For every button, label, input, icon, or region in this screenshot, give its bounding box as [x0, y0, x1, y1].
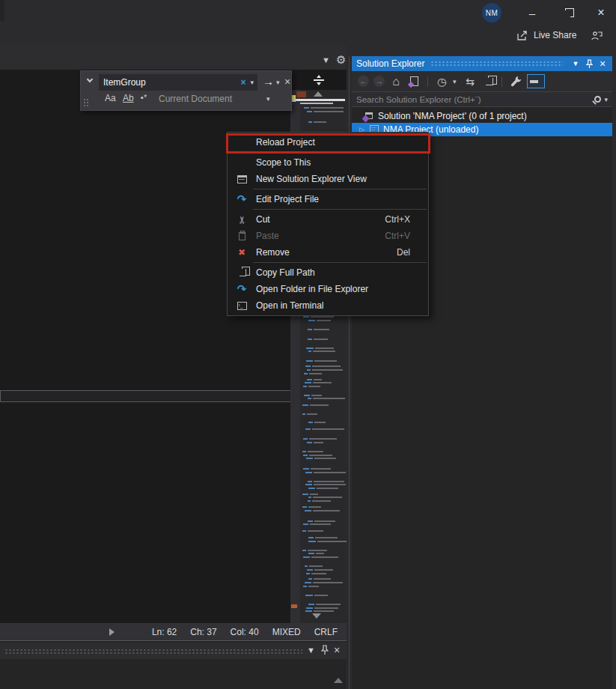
remove-icon: ✖ — [228, 247, 256, 258]
menu-item-label: New Solution Explorer View — [256, 174, 410, 184]
find-input-box: × ▾ — [99, 74, 257, 91]
editor-split-handle[interactable] — [290, 70, 347, 90]
search-icon[interactable] — [594, 96, 601, 103]
scroll-up-arrow[interactable] — [314, 91, 323, 97]
menu-item-scope-to-this[interactable]: Scope to This — [228, 154, 428, 171]
menu-item-label: Scope to This — [256, 157, 410, 168]
live-share-button[interactable]: Live Share — [513, 27, 579, 43]
restore-button[interactable] — [555, 3, 578, 22]
clear-search-icon[interactable]: × — [237, 77, 248, 88]
scope-dropdown-icon[interactable]: ▾ — [266, 95, 270, 103]
editor-collapsed-region[interactable] — [0, 390, 291, 402]
filter-dropdown-icon[interactable]: ▾ — [453, 78, 459, 85]
close-find-bar-icon[interactable]: × — [284, 76, 290, 88]
close-panel-icon[interactable]: × — [596, 58, 609, 70]
find-next-dropdown-icon[interactable]: ▾ — [276, 79, 280, 86]
solution-explorer-search: ▾ — [352, 91, 612, 107]
divider — [427, 76, 428, 87]
bottom-window-menu-icon[interactable]: ▼ — [307, 646, 315, 655]
solution-explorer-search-input[interactable] — [352, 94, 594, 105]
status-field-ch: Ch: 37 — [190, 627, 216, 637]
menu-item-copy-full-path[interactable]: Copy Full Path — [228, 264, 428, 281]
solution-explorer-titlebar[interactable]: Solution Explorer ▼ × — [352, 56, 612, 71]
find-bar: × ▾ → ▾ × Aa Ab ▪* Current Document ▾ — [80, 70, 292, 111]
menu-item-shortcut: Ctrl+X — [385, 214, 421, 225]
menu-item-reload-project[interactable]: Reload Project — [228, 134, 428, 151]
menu-item-shortcut: Ctrl+V — [385, 231, 421, 241]
editor-status-bar: Ln: 62Ch: 37Col: 40MIXEDCRLF — [0, 623, 347, 640]
status-field-crlf: CRLF — [314, 627, 338, 637]
cut-icon: ✂ — [228, 214, 256, 225]
properties-wrench-icon[interactable] — [509, 75, 522, 88]
menu-separator — [253, 262, 427, 263]
menu-item-paste[interactable]: PasteCtrl+V — [228, 228, 428, 244]
status-field-mixed: MIXED — [272, 627, 301, 637]
tree-item-solution[interactable]: Solution 'NMA Project' (0 of 1 project) — [352, 109, 612, 123]
match-case-toggle[interactable]: Aa — [105, 93, 116, 103]
gear-icon[interactable]: ⚙ — [336, 53, 346, 67]
bottom-scroll-up-arrow[interactable] — [334, 678, 343, 683]
menu-item-shortcut: Del — [397, 247, 421, 258]
minimap-highlight-line-2 — [300, 103, 333, 104]
visual-studio-window: NM – × Live Share ▼ ⚙ Ln: 62Ch: 37Col: — [0, 0, 616, 689]
show-all-files-toggle[interactable] — [527, 74, 545, 88]
pin-icon[interactable] — [321, 645, 329, 655]
user-avatar[interactable]: NM — [482, 3, 501, 22]
window-position-icon[interactable]: ▼ — [569, 60, 582, 67]
copy-full-path-icon — [228, 269, 256, 276]
menu-item-cut[interactable]: ✂CutCtrl+X — [228, 211, 428, 228]
home-icon[interactable]: ⌂ — [389, 75, 403, 88]
refresh-icon[interactable]: ⇆ — [463, 75, 477, 88]
search-scope-dropdown[interactable]: Current Document — [159, 94, 232, 104]
menu-item-label: Reload Project — [256, 137, 410, 148]
regex-toggle[interactable]: ▪* — [141, 93, 147, 102]
scrollbar-warning-marker — [291, 604, 297, 608]
pending-changes-filter-icon[interactable]: ◷ — [435, 75, 448, 88]
strip-dropdown-icon[interactable]: ▼ — [322, 55, 330, 64]
context-menu: Reload ProjectScope to ThisNew Solution … — [227, 132, 429, 316]
close-bottom-window-icon[interactable]: × — [334, 644, 340, 656]
new-solution-explorer-view-icon — [228, 175, 256, 183]
expand-replace-icon[interactable] — [87, 76, 93, 82]
menu-item-open-folder-in-file-explorer[interactable]: ↷Open Folder in File Explorer — [228, 281, 428, 297]
drag-grip[interactable] — [4, 649, 302, 655]
window-edge — [0, 0, 4, 21]
find-next-button[interactable]: → — [263, 75, 274, 88]
back-icon[interactable]: ← — [358, 76, 369, 87]
open-folder-in-file-explorer-icon: ↷ — [228, 282, 256, 296]
search-history-dropdown-icon[interactable]: ▾ — [248, 79, 257, 86]
menu-item-open-in-terminal[interactable]: ›_Open in Terminal — [228, 297, 428, 314]
restore-icon — [563, 10, 570, 18]
solution-icon — [364, 112, 373, 121]
hscroll-right-arrow[interactable] — [109, 628, 115, 636]
show-all-files-icon — [530, 80, 538, 83]
menu-item-remove[interactable]: ✖RemoveDel — [228, 244, 428, 261]
find-input[interactable] — [99, 76, 237, 88]
live-share-label: Live Share — [534, 30, 576, 40]
collapse-all-icon[interactable] — [481, 75, 495, 88]
status-items: Ln: 62Ch: 37Col: 40MIXEDCRLF — [152, 627, 338, 637]
menu-item-edit-project-file[interactable]: ↷Edit Project File — [228, 191, 428, 207]
menu-item-new-solution-explorer-view[interactable]: New Solution Explorer View — [228, 171, 428, 187]
window-edge — [612, 45, 616, 689]
sync-with-active-document-icon[interactable] — [407, 75, 421, 88]
forward-icon[interactable]: → — [373, 76, 385, 87]
search-options-dropdown-icon[interactable]: ▾ — [604, 96, 608, 103]
match-whole-word-toggle[interactable]: Ab — [123, 93, 134, 103]
feedback-person-icon — [591, 30, 603, 41]
menu-item-label: Cut — [256, 214, 385, 225]
close-window-button[interactable]: × — [590, 3, 612, 22]
pin-icon[interactable] — [582, 59, 596, 69]
open-in-terminal-icon: ›_ — [228, 302, 256, 310]
edit-project-file-icon: ↷ — [228, 192, 256, 206]
solution-label: Solution 'NMA Project' (0 of 1 project) — [378, 111, 527, 121]
paste-icon — [228, 232, 256, 240]
minimize-button[interactable]: – — [521, 3, 543, 22]
editor-toolbar-strip — [0, 45, 350, 70]
menu-item-label: Edit Project File — [256, 194, 410, 204]
drag-grip[interactable] — [430, 61, 563, 67]
find-bar-grip[interactable] — [83, 98, 89, 107]
scroll-down-arrow[interactable] — [312, 613, 321, 619]
solution-explorer-toolbar: ← → ⌂ ◷ ▾ ⇆ — [352, 71, 612, 91]
feedback-button[interactable] — [587, 27, 606, 43]
